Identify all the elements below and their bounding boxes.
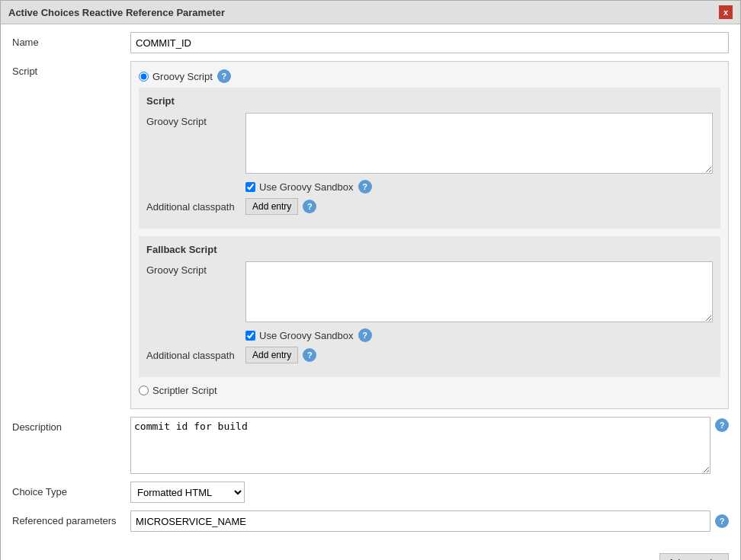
description-textarea[interactable] [130, 417, 711, 474]
classpath-row: Additional classpath Add entry ? [146, 198, 713, 215]
add-entry-button[interactable]: Add entry [245, 198, 298, 215]
classpath-label: Additional classpath [146, 201, 245, 213]
fallback-section-title: Fallback Script [146, 244, 713, 255]
form-container: Name Script Groovy Script ? [1, 24, 740, 547]
fallback-classpath-row: Additional classpath Add entry ? [146, 347, 713, 363]
script-textarea-row: Groovy Script [146, 113, 713, 174]
name-field [130, 32, 729, 53]
use-sandbox-label: Use Groovy Sandbox [259, 181, 354, 193]
groovy-script-radio-row: Groovy Script ? [139, 69, 720, 83]
name-row: Name [12, 32, 729, 53]
fallback-classpath-help-icon[interactable]: ? [303, 348, 316, 362]
scriptler-radio-label: Scriptler Script [152, 385, 217, 396]
choice-type-label: Choice Type [12, 482, 130, 498]
fallback-sandbox-checkbox[interactable] [245, 331, 255, 341]
scriptler-radio-row: Scriptler Script [139, 385, 720, 396]
description-row: Description ? [12, 417, 729, 474]
referenced-parameters-input[interactable] [130, 510, 711, 532]
groovy-script-radio-label: Groovy Script [152, 71, 213, 82]
fallback-sandbox-help-icon[interactable]: ? [358, 328, 372, 342]
referenced-parameters-label: Referenced parameters [12, 510, 130, 526]
fallback-classpath-label: Additional classpath [146, 350, 245, 361]
dialog-window: Active Choices Reactive Reference Parame… [0, 0, 741, 560]
groovy-script-help-icon[interactable]: ? [217, 69, 231, 83]
script-section: Script Groovy Script Use Groovy Sandbox … [139, 88, 720, 229]
title-bar: Active Choices Reactive Reference Parame… [1, 1, 740, 24]
script-groovy-textarea[interactable] [245, 113, 713, 174]
groovy-script-radio[interactable] [139, 72, 149, 82]
use-sandbox-checkbox[interactable] [245, 182, 255, 192]
dialog-title: Active Choices Reactive Reference Parame… [8, 7, 225, 18]
description-label: Description [12, 417, 130, 433]
fallback-section: Fallback Script Groovy Script Use Groovy… [139, 236, 720, 377]
choice-type-row: Choice Type Formatted HTML Plain Text Li… [12, 482, 729, 503]
script-field: Groovy Script ? Script Groovy Script [130, 61, 729, 409]
use-sandbox-row: Use Groovy Sandbox ? [245, 180, 713, 194]
classpath-help-icon[interactable]: ? [303, 200, 316, 213]
name-input[interactable] [130, 32, 729, 53]
script-section-title: Script [146, 95, 713, 107]
choice-type-select[interactable]: Formatted HTML Plain Text List of Values… [130, 482, 245, 503]
fallback-groovy-label: Groovy Script [146, 261, 245, 276]
referenced-parameters-row: Referenced parameters ? [12, 510, 729, 532]
fallback-sandbox-label: Use Groovy Sandbox [259, 330, 354, 341]
choice-type-field: Formatted HTML Plain Text List of Values… [130, 482, 729, 503]
script-groovy-label: Groovy Script [146, 113, 245, 127]
script-row: Script Groovy Script ? Script [12, 61, 729, 409]
description-with-help: ? [130, 417, 729, 474]
description-field: ? [130, 417, 729, 474]
script-panel: Groovy Script ? Script Groovy Script [130, 61, 729, 409]
fallback-textarea-row: Groovy Script [146, 261, 713, 322]
scriptler-radio[interactable] [139, 386, 149, 395]
referenced-parameters-field: ? [130, 510, 729, 532]
referenced-with-help: ? [130, 510, 729, 532]
fallback-groovy-textarea[interactable] [245, 261, 713, 322]
script-label: Script [12, 61, 130, 77]
referenced-parameters-help-icon[interactable]: ? [715, 514, 729, 528]
fallback-sandbox-row: Use Groovy Sandbox ? [245, 328, 713, 342]
bottom-row: Advanced... [1, 547, 740, 560]
name-label: Name [12, 32, 130, 48]
fallback-add-entry-button[interactable]: Add entry [245, 347, 298, 363]
description-help-icon[interactable]: ? [715, 418, 729, 432]
use-sandbox-help-icon[interactable]: ? [358, 180, 372, 194]
close-button[interactable]: x [719, 5, 733, 19]
advanced-button[interactable]: Advanced... [659, 553, 729, 560]
